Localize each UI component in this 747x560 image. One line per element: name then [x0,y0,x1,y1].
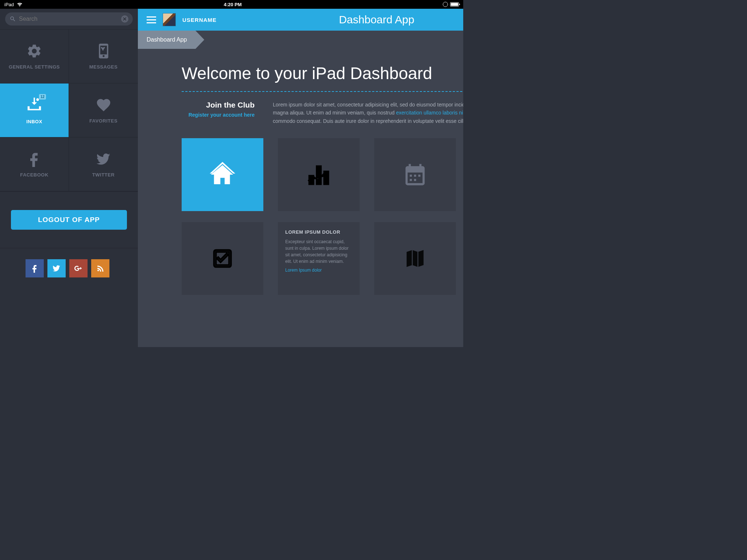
sidebar-item-favorites[interactable]: FAVORITES [69,83,138,137]
rss-icon [96,264,105,273]
sidebar-label: FAVORITES [89,118,117,124]
tile-analytics[interactable] [278,138,360,211]
social-rss[interactable] [91,259,109,277]
sidebar-label: MESSAGES [89,64,118,70]
battery-icon [450,2,459,7]
sidebar-item-inbox[interactable]: 12 INBOX [0,83,69,137]
sidebar-label: TWITTER [92,172,115,178]
sidebar-item-general-settings[interactable]: GENERAL SETTINGS [0,30,69,83]
messages-icon [96,43,112,59]
tile-calendar[interactable] [374,138,456,211]
search-field[interactable] [19,16,118,22]
home-icon [210,162,235,187]
menu-button[interactable] [147,16,156,23]
card-link[interactable]: Lorem Ipsum dolor [285,268,322,273]
top-bar: USERNAME Dashboard App [138,9,463,31]
card-body: Excepteur sint occaecat cupid, sunt in c… [285,238,352,265]
intro-heading: Join the Club [182,101,255,109]
facebook-icon [26,151,42,167]
social-row [0,248,138,277]
clear-icon[interactable]: ✕ [121,15,128,23]
clock-time: 4:20 PM [23,2,443,7]
welcome-heading: Welcome to your iPad Dashboard [182,63,463,83]
google-plus-icon [74,264,83,273]
social-google-plus[interactable] [69,259,88,277]
facebook-icon [30,264,39,273]
search-icon [9,16,16,22]
main-content: USERNAME Dashboard App Dashboard App Wel… [138,9,463,347]
card-title: LOREM IPSUM DOLOR [285,229,340,235]
sidebar-item-messages[interactable]: MESSAGES [69,30,138,83]
calendar-icon [402,162,428,187]
chart-icon [306,162,332,187]
twitter-icon [52,264,61,273]
sidebar-label: FACEBOOK [20,172,49,178]
username-label: USERNAME [182,17,217,23]
sidebar-grid: GENERAL SETTINGS MESSAGES 12 INBOX FAVOR… [0,29,138,191]
checkbox-icon [211,247,234,270]
search-input[interactable]: ✕ [5,12,133,26]
tile-home[interactable] [182,138,263,211]
avatar[interactable] [163,13,176,26]
social-facebook[interactable] [26,259,44,277]
heart-icon [96,97,112,113]
device-label: iPad [4,2,14,7]
sidebar-label: GENERAL SETTINGS [9,64,60,70]
breadcrumb: Dashboard App [138,31,463,49]
map-icon [404,247,426,270]
status-bar: iPad 4:20 PM [0,0,463,9]
inbox-badge: 12 [39,94,46,100]
divider [182,91,463,92]
social-twitter[interactable] [47,259,66,277]
sidebar-label: INBOX [26,119,42,124]
tile-checkbox[interactable] [182,222,263,295]
sidebar-item-facebook[interactable]: FACEBOOK [0,137,69,191]
app-title: Dashboard App [223,13,454,26]
register-link[interactable]: Register your account here [189,112,255,118]
sidebar: ✕ GENERAL SETTINGS MESSAGES 12 INBOX [0,9,138,347]
twitter-icon [96,151,112,167]
intro-text: Lorem ipsum dolor sit amet, consectetur … [273,101,463,125]
breadcrumb-item[interactable]: Dashboard App [138,31,196,49]
inline-link[interactable]: exercitation ullamco laboris nisi ut ali… [396,110,463,116]
sidebar-item-twitter[interactable]: TWITTER [69,137,138,191]
wifi-icon [17,2,23,7]
gears-icon [26,43,42,59]
logout-button[interactable]: LOGOUT OF APP [11,210,127,230]
tile-map[interactable] [374,222,456,295]
clock-icon [443,2,448,7]
tile-text-card[interactable]: LOREM IPSUM DOLOR Excepteur sint occaeca… [278,222,360,295]
